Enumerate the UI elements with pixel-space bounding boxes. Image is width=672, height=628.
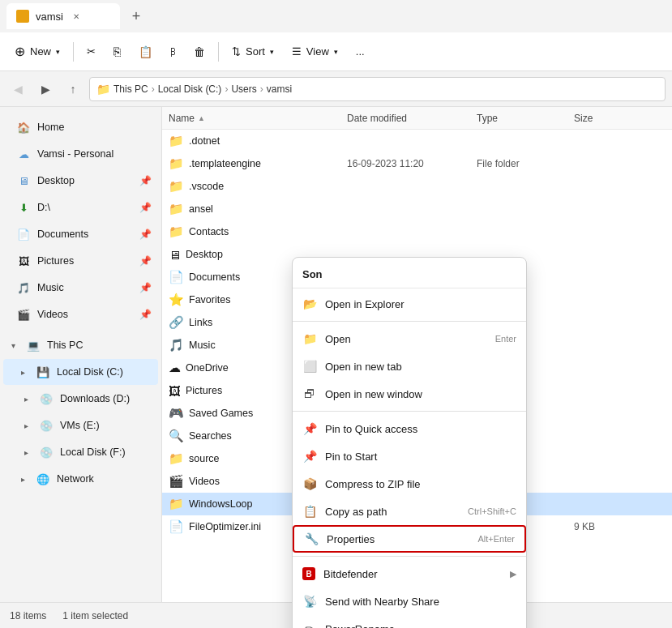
file-name: .dotnet: [189, 135, 220, 147]
network-expand-icon: ▸: [16, 472, 29, 485]
tab-close-button[interactable]: ✕: [70, 10, 83, 23]
view-icon: ☰: [292, 45, 302, 58]
file-icon: 🔍: [169, 429, 184, 443]
breadcrumb-current[interactable]: vamsi: [267, 83, 292, 95]
table-row[interactable]: 📁 Contacts: [162, 220, 672, 243]
ctx-power-rename[interactable]: ✏ PowerRename: [293, 615, 526, 628]
ctx-open-explorer[interactable]: 📂 Open in Explorer: [293, 290, 526, 318]
ctx-copy-path[interactable]: 📋 Copy as path Ctrl+Shift+C: [293, 498, 526, 525]
ctx-open-new-tab[interactable]: ⬜ Open in new tab: [293, 352, 526, 380]
sidebar-item-documents[interactable]: 📄 Documents 📌: [3, 221, 158, 247]
new-button[interactable]: ⊕ New ▾: [6, 37, 68, 66]
ctx-pin-start[interactable]: 📌 Pin to Start: [293, 442, 526, 470]
file-icon: 📁: [169, 179, 184, 194]
address-bar: ◀ ▶ ↑ 📁 This PC › Local Disk (C:) › User…: [0, 71, 672, 107]
file-icon: 🖥: [169, 248, 181, 262]
breadcrumb-users[interactable]: Users: [231, 83, 256, 95]
vms-icon: 💿: [39, 418, 54, 433]
file-name: Contacts: [189, 226, 229, 237]
file-list-header: Name ▲ Date modified Type Size: [162, 107, 672, 130]
sort-button[interactable]: ⇅ Sort ▾: [224, 37, 282, 66]
properties-icon: 🔧: [304, 532, 319, 546]
sidebar-item-home[interactable]: 🏠 Home: [3, 114, 158, 140]
forward-button[interactable]: ▶: [34, 78, 57, 100]
cut-icon: ✂: [87, 45, 96, 58]
sidebar-item-desktop[interactable]: 🖥 Desktop 📌: [3, 168, 158, 194]
file-icon: 📁: [169, 451, 184, 466]
back-button[interactable]: ◀: [6, 78, 29, 100]
sort-icon: ⇅: [232, 45, 241, 58]
tab-folder-icon: [16, 10, 29, 23]
file-name: .vscode: [189, 181, 224, 192]
cloud-icon: ☁: [16, 147, 31, 161]
copy-icon: ⎘: [113, 45, 121, 58]
copy-button[interactable]: ⎘: [105, 37, 129, 66]
sidebar-item-network[interactable]: ▸ 🌐 Network: [3, 466, 158, 492]
ctx-sep-2: [293, 411, 526, 412]
ctx-nearby-share[interactable]: 📡 Send with Nearby Share: [293, 587, 526, 615]
table-row[interactable]: 📁 .dotnet: [162, 130, 672, 152]
view-chevron-icon: ▾: [334, 48, 338, 56]
ctx-compress-zip[interactable]: 📦 Compress to ZIP file: [293, 470, 526, 498]
table-row[interactable]: 📁 ansel: [162, 198, 672, 220]
network-icon: 🌐: [36, 472, 50, 486]
ctx-properties[interactable]: 🔧 Properties Alt+Enter: [293, 525, 526, 553]
home-icon: 🏠: [16, 120, 31, 135]
file-name: WindowsLoop: [189, 498, 253, 510]
col-header-type[interactable]: Type: [477, 113, 574, 124]
main-layout: 🏠 Home ☁ Vamsi - Personal 🖥 Desktop 📌 ⬇ …: [0, 107, 672, 602]
sidebar-item-music[interactable]: 🎵 Music 📌: [3, 275, 158, 301]
file-icon: 📁: [169, 224, 184, 239]
sidebar-item-downloads-d2[interactable]: ▸ 💿 Downloads (D:): [3, 386, 158, 412]
view-button[interactable]: ☰ View ▾: [284, 37, 346, 66]
file-name: OneDrive: [186, 362, 229, 374]
ctx-open[interactable]: 📁 Open Enter: [293, 325, 526, 352]
bitdefender-icon: B: [302, 567, 315, 580]
sidebar-item-local-disk-f[interactable]: ▸ 💿 Local Disk (F:): [3, 439, 158, 465]
ctx-open-new-window[interactable]: 🗗 Open in new window: [293, 380, 526, 408]
col-header-date[interactable]: Date modified: [347, 113, 477, 124]
music-icon: 🎵: [16, 280, 31, 295]
paste-button[interactable]: 📋: [131, 37, 161, 66]
file-name: .templateengine: [189, 158, 261, 169]
ctx-pin-quick-access[interactable]: 📌 Pin to Quick access: [293, 415, 526, 442]
title-bar: vamsi ✕ +: [0, 0, 672, 32]
sidebar-item-downloads-d[interactable]: ⬇ D:\ 📌: [3, 194, 158, 220]
breadcrumb-local-disk[interactable]: Local Disk (C:): [158, 83, 222, 95]
new-icon: ⊕: [15, 44, 25, 59]
rename-button[interactable]: Ꞵ: [162, 37, 184, 66]
sidebar-item-local-disk-c[interactable]: ▸ 💾 Local Disk (C:): [3, 359, 158, 385]
file-icon: 📁: [169, 156, 184, 171]
sidebar-item-pictures[interactable]: 🖼 Pictures 📌: [3, 248, 158, 274]
current-tab[interactable]: vamsi ✕: [6, 3, 120, 29]
delete-button[interactable]: 🗑: [186, 37, 213, 66]
table-row[interactable]: 📁 .templateengine 16-09-2023 11:20 File …: [162, 152, 672, 175]
file-name: Links: [189, 317, 212, 328]
sidebar-item-vamsi-personal[interactable]: ☁ Vamsi - Personal: [3, 141, 158, 167]
col-header-size[interactable]: Size: [574, 113, 639, 124]
sidebar-item-this-pc[interactable]: ▾ 💻 This PC: [3, 332, 158, 358]
pictures-icon: 🖼: [16, 254, 31, 268]
breadcrumb-this-pc[interactable]: This PC: [113, 83, 148, 95]
cut-button[interactable]: ✂: [79, 37, 104, 66]
sidebar-item-videos[interactable]: 🎬 Videos 📌: [3, 301, 158, 327]
up-button[interactable]: ↑: [62, 78, 84, 100]
tab-label: vamsi: [36, 11, 63, 23]
file-icon: 📁: [169, 497, 184, 511]
selected-count: 1 item selected: [62, 610, 128, 622]
paste-icon: 📋: [139, 45, 152, 58]
hdd-icon: 💿: [39, 391, 54, 406]
context-menu-header: Son: [293, 261, 526, 288]
more-button[interactable]: ...: [348, 37, 373, 66]
table-row[interactable]: 📁 .vscode: [162, 175, 672, 198]
sort-chevron-icon: ▾: [270, 48, 274, 56]
breadcrumb[interactable]: 📁 This PC › Local Disk (C:) › Users › va…: [89, 77, 666, 101]
col-header-name[interactable]: Name ▲: [169, 113, 347, 124]
desktop-icon: 🖥: [16, 173, 31, 188]
new-tab-button[interactable]: +: [123, 3, 149, 29]
ctx-bitdefender[interactable]: B Bitdefender ▶: [293, 560, 526, 587]
ctx-sep-3: [293, 556, 526, 557]
sort-arrow-icon: ▲: [198, 114, 205, 122]
sidebar-item-vms-e[interactable]: ▸ 💿 VMs (E:): [3, 412, 158, 438]
file-icon: 📁: [169, 202, 184, 216]
